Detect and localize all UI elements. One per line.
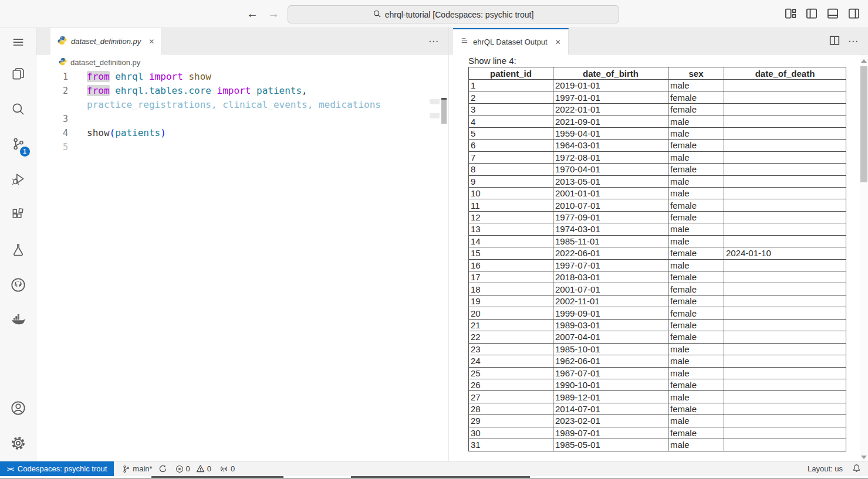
table-cell: 16 [469, 259, 553, 271]
table-cell: male [668, 391, 724, 403]
table-cell: 2024-01-10 [724, 247, 846, 259]
tab-ehrql-dataset-output[interactable]: ehrQL Dataset Output ✕ [453, 28, 569, 55]
table-row: 112010-07-01female [469, 199, 846, 211]
table-cell: 1972-08-01 [553, 151, 668, 163]
table-cell: 1989-03-01 [553, 319, 668, 331]
show-line-heading: Show line 4: [468, 56, 868, 67]
table-cell: male [668, 259, 724, 271]
table-cell: male [668, 80, 724, 91]
table-cell: female [668, 403, 724, 415]
code-editor[interactable]: 1from ehrql import show2from ehrql.table… [36, 70, 448, 154]
sync-icon[interactable] [158, 464, 167, 473]
toggle-primary-sidebar-icon[interactable] [806, 8, 818, 19]
table-cell: 1985-11-01 [553, 235, 668, 247]
menu-icon[interactable] [0, 28, 36, 56]
table-cell [724, 199, 846, 211]
tab-dataset-definition[interactable]: dataset_definition.py ✕ [50, 28, 162, 55]
tab-close-icon[interactable]: ✕ [148, 38, 154, 46]
table-cell: female [668, 379, 724, 390]
warnings-count: 0 [207, 464, 211, 473]
dataset-table: patient_iddate_of_birthsexdate_of_death … [468, 67, 846, 451]
nav-back-icon[interactable]: ← [246, 7, 258, 21]
breadcrumb[interactable]: dataset_definition.py [36, 55, 448, 70]
scroll-up-arrow-icon[interactable] [861, 59, 867, 63]
table-cell: 2019-01-01 [553, 80, 668, 91]
github-icon[interactable] [0, 267, 36, 303]
branch-indicator[interactable]: main* [122, 464, 167, 473]
table-cell [724, 259, 846, 271]
testing-icon[interactable] [0, 232, 36, 267]
editor-scrollbar-thumb[interactable] [441, 98, 447, 124]
settings-gear-icon[interactable] [0, 426, 36, 461]
layout-indicator[interactable]: Layout: us [808, 464, 843, 473]
bell-icon[interactable] [852, 464, 861, 474]
table-row: 301989-07-01female [469, 427, 846, 439]
ports-indicator[interactable]: 0 [219, 464, 235, 473]
toggle-panel-icon[interactable] [827, 8, 839, 19]
panel-scrollbar[interactable] [860, 55, 868, 461]
tab-close-icon[interactable]: ✕ [555, 38, 561, 46]
radio-tower-icon [219, 464, 228, 473]
table-cell: male [668, 439, 724, 451]
problems-indicator[interactable]: 0 0 [175, 464, 211, 473]
table-cell: female [668, 331, 724, 343]
docker-icon[interactable] [0, 303, 36, 338]
source-control-icon[interactable]: 1 [0, 127, 36, 162]
code-token: , [302, 85, 308, 96]
code-line-content [68, 112, 87, 126]
table-cell: female [668, 140, 724, 151]
search-sidebar-icon[interactable] [0, 91, 36, 127]
table-cell: 2023-02-01 [553, 415, 668, 427]
code-token [183, 71, 189, 82]
table-cell: 2018-03-01 [553, 271, 668, 283]
panel-more-actions[interactable]: ⋯ [848, 35, 859, 47]
explorer-icon[interactable] [0, 56, 36, 91]
table-cell: 2022-01-01 [553, 103, 668, 115]
customize-layout-icon[interactable] [785, 8, 796, 19]
account-icon[interactable] [0, 390, 36, 426]
column-header: patient_id [469, 67, 553, 80]
run-debug-icon[interactable] [0, 162, 36, 197]
table-cell: 23 [469, 343, 553, 355]
panel-scrollbar-thumb[interactable] [860, 66, 867, 182]
scroll-down-arrow-icon[interactable] [861, 456, 867, 459]
branch-label: main* [133, 464, 152, 473]
table-cell: 31 [469, 439, 553, 451]
table-cell: male [668, 355, 724, 367]
column-header: sex [668, 67, 724, 80]
table-cell: female [668, 295, 724, 307]
code-line: 3 [36, 112, 448, 126]
column-header: date_of_birth [553, 67, 668, 80]
table-row: 311985-05-01male [469, 439, 846, 451]
table-cell: 19 [469, 295, 553, 307]
python-file-icon [59, 57, 67, 67]
command-center[interactable]: ehrql-tutorial [Codespaces: psychic trou… [288, 5, 619, 23]
editor-more-actions[interactable]: ⋯ [428, 35, 439, 47]
table-row: 121977-09-01female [469, 211, 846, 223]
remote-indicator[interactable]: >< Codespaces: psychic trout [0, 461, 114, 477]
table-cell: 2021-09-01 [553, 115, 668, 127]
table-cell: 2001-07-01 [553, 283, 668, 295]
code-token: import [217, 85, 251, 96]
code-token: ) [160, 127, 166, 138]
code-token: import [149, 71, 183, 82]
overview-ruler-mark [430, 113, 440, 118]
code-token: ( [110, 127, 116, 138]
code-token: ehrql [115, 71, 143, 82]
table-cell [724, 391, 846, 403]
table-cell [724, 439, 846, 451]
table-cell: 7 [469, 151, 553, 163]
table-cell [724, 367, 846, 379]
search-icon [373, 10, 381, 19]
table-cell: 4 [469, 115, 553, 127]
table-row: 261990-10-01female [469, 379, 846, 390]
table-row: 141985-11-01male [469, 235, 846, 247]
toggle-secondary-sidebar-icon[interactable] [848, 8, 860, 19]
table-cell [724, 283, 846, 295]
table-cell: 1964-03-01 [553, 140, 668, 151]
extensions-icon[interactable] [0, 197, 36, 232]
split-editor-icon[interactable] [829, 35, 840, 48]
nav-forward-icon[interactable]: → [268, 7, 279, 21]
table-cell [724, 379, 846, 390]
table-row: 92013-05-01male [469, 175, 846, 187]
